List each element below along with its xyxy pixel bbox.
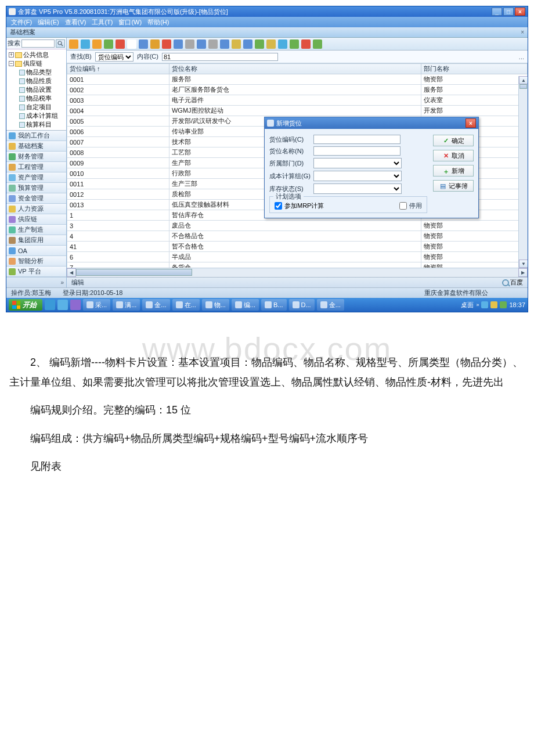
toolbar-icon[interactable] bbox=[81, 39, 90, 49]
module-nav-item[interactable]: 工程管理 bbox=[6, 162, 66, 172]
taskbar-app-button[interactable]: 金... bbox=[142, 299, 169, 311]
module-nav-item[interactable]: 生产制造 bbox=[6, 225, 66, 235]
tree-node[interactable]: +公共信息 bbox=[8, 51, 66, 59]
nav-tree[interactable]: +公共信息−供应链物品类型物品性质物品设置物品税率自定项目成本计算组核算科目仓库… bbox=[6, 49, 66, 131]
toolbar-icon[interactable] bbox=[278, 39, 287, 49]
module-nav-item[interactable]: 资产管理 bbox=[6, 172, 66, 183]
tree-node[interactable]: 物品类型 bbox=[8, 68, 66, 77]
taskbar-app-button[interactable]: 编... bbox=[232, 299, 259, 311]
stop-checkbox-row[interactable]: 停用 bbox=[399, 201, 422, 210]
toolbar-icon[interactable] bbox=[197, 39, 206, 49]
field-code-input[interactable] bbox=[313, 135, 400, 144]
expand-icon[interactable]: » bbox=[60, 279, 64, 286]
table-row[interactable]: 3废品仓物资部 bbox=[67, 221, 528, 231]
toolbar-icon[interactable] bbox=[266, 39, 276, 49]
edit-button[interactable]: 编辑 bbox=[71, 278, 84, 287]
baidu-label[interactable]: 百度 bbox=[510, 278, 523, 287]
toolbar-icon[interactable] bbox=[301, 39, 311, 49]
toolbar-icon[interactable] bbox=[150, 39, 160, 49]
toolbar-icon[interactable] bbox=[92, 39, 102, 49]
table-row[interactable]: 41暂不合格仓物资部 bbox=[67, 242, 528, 252]
tree-node[interactable]: 物品性质 bbox=[8, 77, 66, 85]
field-state-combo[interactable] bbox=[313, 183, 402, 194]
tray-expand-icon[interactable]: » bbox=[476, 302, 479, 308]
quicklaunch-desktop-icon[interactable] bbox=[57, 300, 68, 310]
menu-item[interactable]: 工具(T) bbox=[89, 18, 115, 27]
quicklaunch-app-icon[interactable] bbox=[70, 300, 81, 310]
column-header[interactable]: 部门名称 bbox=[421, 64, 528, 74]
toolbar-icon[interactable] bbox=[243, 39, 252, 49]
dialog-titlebar[interactable]: 新增货位 × bbox=[265, 117, 478, 129]
menu-item[interactable]: 窗口(W) bbox=[116, 18, 144, 27]
toolbar-icon[interactable] bbox=[104, 39, 113, 49]
tree-node[interactable]: 仓库货位 bbox=[8, 129, 66, 131]
taskbar-app-button[interactable]: B... bbox=[261, 299, 287, 311]
scroll-down-arrow-icon[interactable]: ▼ bbox=[519, 260, 528, 268]
toolbar-icon[interactable] bbox=[232, 39, 241, 49]
toolbar-icon[interactable] bbox=[174, 39, 183, 49]
taskbar-app-button[interactable]: 满... bbox=[113, 299, 140, 311]
scroll-up-arrow-icon[interactable]: ▲ bbox=[519, 76, 528, 84]
expand-icon[interactable]: + bbox=[9, 52, 14, 57]
toolbar-icon[interactable] bbox=[290, 39, 299, 49]
module-nav-item[interactable]: 基础档案 bbox=[6, 141, 66, 152]
taskbar-app-button[interactable]: 在... bbox=[172, 299, 200, 311]
cancel-button[interactable]: ✕取消 bbox=[433, 150, 474, 161]
tree-node[interactable]: 核算科目 bbox=[8, 120, 66, 129]
toolbar-icon[interactable] bbox=[220, 39, 229, 49]
toolbar-icon[interactable] bbox=[185, 39, 194, 49]
search-button[interactable] bbox=[56, 39, 65, 48]
table-row[interactable]: 4不合格品仓物资部 bbox=[67, 231, 528, 242]
toolbar-icon[interactable] bbox=[208, 39, 218, 49]
toolbar-icon[interactable] bbox=[116, 39, 125, 49]
mrp-checkbox[interactable] bbox=[275, 202, 282, 210]
window-maximize-button[interactable]: □ bbox=[503, 8, 514, 16]
module-nav-item[interactable]: 预算管理 bbox=[6, 183, 66, 193]
toolbar-icon[interactable] bbox=[313, 39, 322, 49]
table-row[interactable]: 0002老厂区服务部备货仓服务部 bbox=[67, 85, 528, 95]
table-row[interactable]: 0003电子元器件仪表室 bbox=[67, 95, 528, 106]
module-nav-item[interactable]: VP 平台 bbox=[6, 267, 66, 277]
taskbar-app-button[interactable]: 物... bbox=[202, 299, 229, 311]
toolbar-icon[interactable] bbox=[255, 39, 264, 49]
field-dept-combo[interactable] bbox=[313, 158, 402, 168]
module-nav-item[interactable]: 集团应用 bbox=[6, 235, 66, 246]
taskbar-app-button[interactable]: 金... bbox=[317, 299, 344, 311]
tray-icon[interactable] bbox=[490, 301, 497, 308]
find-content-input[interactable] bbox=[162, 53, 278, 61]
stop-checkbox[interactable] bbox=[399, 202, 407, 210]
ok-button[interactable]: ✓确定 bbox=[433, 135, 474, 146]
start-button[interactable]: 开始 bbox=[9, 299, 42, 311]
tray-desktop-label[interactable]: 桌面 bbox=[461, 301, 474, 309]
field-name-input[interactable] bbox=[313, 146, 400, 156]
toolbar-icon[interactable] bbox=[162, 39, 171, 49]
column-header[interactable]: 货位编码 ↑ bbox=[67, 64, 169, 74]
quicklaunch-ie-icon[interactable] bbox=[45, 300, 55, 310]
more-options-button[interactable]: ... bbox=[519, 53, 524, 60]
tree-node[interactable]: 物品税率 bbox=[8, 94, 66, 103]
taskbar-app-button[interactable]: D... bbox=[289, 299, 315, 311]
menu-item[interactable]: 帮助(H) bbox=[145, 18, 171, 27]
tree-node[interactable]: 成本计算组 bbox=[8, 111, 66, 120]
tray-icon[interactable] bbox=[500, 301, 507, 308]
collapse-icon[interactable]: − bbox=[9, 61, 14, 66]
toolbar-icon[interactable] bbox=[127, 39, 136, 49]
tray-icon[interactable] bbox=[481, 301, 488, 308]
hscroll-thumb[interactable] bbox=[76, 269, 192, 276]
field-cost-combo[interactable] bbox=[313, 171, 402, 181]
module-nav-item[interactable]: OA bbox=[6, 246, 66, 256]
menu-item[interactable]: 查看(V) bbox=[63, 18, 89, 27]
menu-item[interactable]: 文件(F) bbox=[9, 18, 34, 27]
table-row[interactable]: 6半成品物资部 bbox=[67, 252, 528, 262]
module-nav-item[interactable]: 供应链 bbox=[6, 214, 66, 225]
window-close-button[interactable]: × bbox=[515, 8, 525, 16]
add-button[interactable]: ＋新增 bbox=[433, 165, 474, 177]
tree-node[interactable]: 自定项目 bbox=[8, 103, 66, 111]
toolbar-icon[interactable] bbox=[69, 39, 78, 49]
scroll-thumb[interactable] bbox=[519, 84, 527, 89]
table-row[interactable]: 0004WGMJ图控软起动开发部 bbox=[67, 106, 528, 116]
module-nav-item[interactable]: 财务管理 bbox=[6, 152, 66, 162]
module-nav-item[interactable]: 人力资源 bbox=[6, 204, 66, 214]
search-input[interactable] bbox=[21, 39, 55, 48]
tree-node[interactable]: 物品设置 bbox=[8, 85, 66, 94]
